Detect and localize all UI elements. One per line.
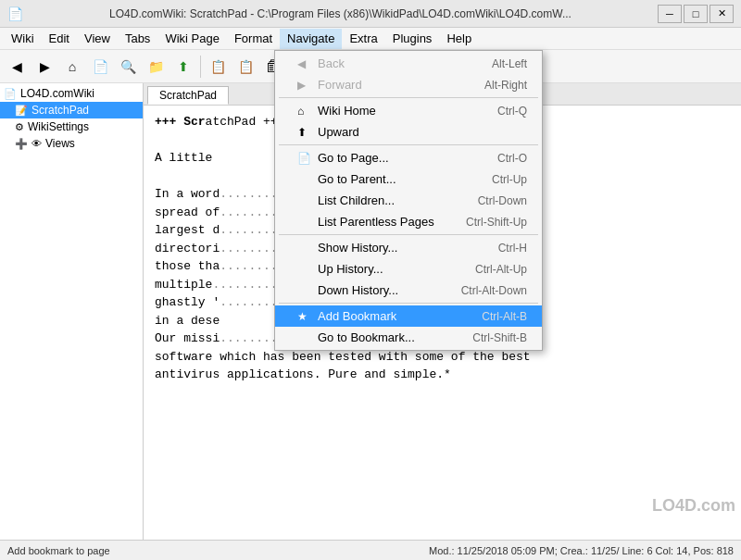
status-right: Mod.: 11/25/2018 05:09 PM; Crea.: 11/25/… xyxy=(429,545,734,556)
title-text: LO4D.comWiki: ScratchPad - C:\Program Fi… xyxy=(23,7,658,20)
menu-tabs[interactable]: Tabs xyxy=(118,29,157,49)
settings-icon: ⚙ xyxy=(15,121,24,133)
tab-scratchpad[interactable]: ScratchPad xyxy=(147,86,229,105)
nav-goto-bookmark[interactable]: Go to Bookmark... Ctrl-Shift-B xyxy=(275,327,542,348)
open-button[interactable]: 📁 xyxy=(143,54,169,80)
upward-nav-icon: ⬆ xyxy=(297,126,312,139)
scratchpad-icon: 📝 xyxy=(15,105,28,117)
nav-goto-page[interactable]: 📄 Go to Page... Ctrl-O xyxy=(275,147,542,168)
menu-plugins[interactable]: Plugins xyxy=(385,29,440,49)
sidebar-item-root[interactable]: 📄 LO4D.comWiki xyxy=(0,85,143,102)
nav-sep-3 xyxy=(279,234,538,235)
goto-page-icon: 📄 xyxy=(297,152,312,165)
menu-extra[interactable]: Extra xyxy=(342,29,384,49)
title-bar: 📄 LO4D.comWiki: ScratchPad - C:\Program … xyxy=(0,0,741,28)
home-button[interactable]: ⌂ xyxy=(59,54,85,80)
menu-edit[interactable]: Edit xyxy=(42,29,77,49)
editor-line-15: antivirus applications. Pure and simple.… xyxy=(155,366,730,384)
nav-show-history[interactable]: Show History... Ctrl-H xyxy=(275,237,542,258)
title-icon: 📄 xyxy=(7,6,23,21)
nav-goto-parent[interactable]: Go to Parent... Ctrl-Up xyxy=(275,168,542,190)
menu-navigate[interactable]: Navigate xyxy=(280,29,342,49)
navigate-dropdown: ◀ Back Alt-Left ▶ Forward Alt-Right ⌂ Wi… xyxy=(274,50,543,351)
status-bar: Add bookmark to page Mod.: 11/25/2018 05… xyxy=(0,540,741,560)
nav-upward[interactable]: ⬆ Upward xyxy=(275,121,542,143)
menu-wiki[interactable]: Wiki xyxy=(4,29,42,49)
page-button[interactable]: 📄 xyxy=(87,54,113,80)
forward-nav-icon: ▶ xyxy=(297,79,312,92)
home-nav-icon: ⌂ xyxy=(297,105,312,118)
nav-sep-2 xyxy=(279,144,538,145)
back-nav-icon: ◀ xyxy=(297,57,312,70)
nav-back: ◀ Back Alt-Left xyxy=(275,53,542,74)
logo-watermark: LO4D.com xyxy=(652,496,735,516)
search-button[interactable]: 🔍 xyxy=(115,54,141,80)
add-bookmark-icon: ★ xyxy=(297,310,312,323)
nav-wiki-home[interactable]: ⌂ Wiki Home Ctrl-Q xyxy=(275,100,542,121)
views-icon: 👁 xyxy=(31,138,42,149)
nav-list-children[interactable]: List Children... Ctrl-Down xyxy=(275,190,542,211)
back-button[interactable]: ◀ xyxy=(4,54,30,80)
maximize-button[interactable]: □ xyxy=(684,5,708,23)
close-button[interactable]: ✕ xyxy=(710,5,734,23)
nav-up-history[interactable]: Up History... Ctrl-Alt-Up xyxy=(275,258,542,280)
toolbar-separator-1 xyxy=(200,56,201,78)
copy-button[interactable]: 📋 xyxy=(205,54,231,80)
forward-button[interactable]: ▶ xyxy=(31,54,57,80)
views-expand-icon: ➕ xyxy=(15,138,28,150)
up-button[interactable]: ⬆ xyxy=(170,54,196,80)
nav-sep-4 xyxy=(279,303,538,304)
nav-forward: ▶ Forward Alt-Right xyxy=(275,74,542,95)
nav-list-parentless[interactable]: List Parentless Pages Ctrl-Shift-Up xyxy=(275,211,542,232)
nav-down-history[interactable]: Down History... Ctrl-Alt-Down xyxy=(275,280,542,301)
menu-wiki-page[interactable]: Wiki Page xyxy=(157,29,227,49)
paste-button[interactable]: 📋 xyxy=(232,54,258,80)
nav-add-bookmark[interactable]: ★ Add Bookmark Ctrl-Alt-B xyxy=(275,305,542,327)
minimize-button[interactable]: ─ xyxy=(658,5,682,23)
menu-format[interactable]: Format xyxy=(227,29,280,49)
status-left: Add bookmark to page xyxy=(7,545,110,556)
menu-view[interactable]: View xyxy=(77,29,118,49)
nav-sep-1 xyxy=(279,97,538,98)
menu-bar: Wiki Edit View Tabs Wiki Page Format Nav… xyxy=(0,28,741,50)
root-icon: 📄 xyxy=(4,88,17,100)
menu-help[interactable]: Help xyxy=(439,29,479,49)
sidebar-item-views[interactable]: ➕ 👁 Views xyxy=(0,135,143,152)
sidebar-item-wikisettings[interactable]: ⚙ WikiSettings xyxy=(0,118,143,135)
sidebar-item-scratchpad[interactable]: 📝 ScratchPad xyxy=(0,102,143,118)
sidebar: 📄 LO4D.comWiki 📝 ScratchPad ⚙ WikiSettin… xyxy=(0,83,144,540)
